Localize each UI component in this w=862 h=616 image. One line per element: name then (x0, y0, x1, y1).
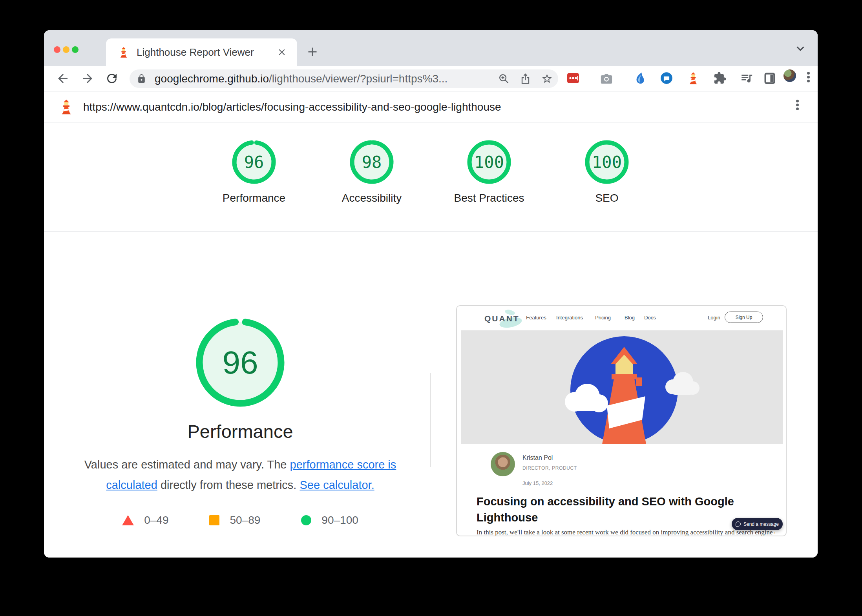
lighthouse-extension-icon[interactable] (687, 71, 700, 85)
summary-gauge-best-practices[interactable]: 100 Best Practices (442, 139, 536, 204)
legend-label: 50–89 (230, 514, 260, 527)
chat-bubble-extension-icon[interactable] (660, 71, 673, 85)
page-screenshot-thumbnail: QUANT Features Integrations Pricing Blog… (456, 305, 787, 536)
summary-gauge-performance[interactable]: 96 Performance (207, 139, 301, 204)
performance-description: Values are estimated and may vary. The p… (71, 454, 409, 495)
thumb-chat-button: Send a message (732, 518, 783, 530)
score-label: SEO (560, 192, 654, 204)
score-label: Best Practices (442, 192, 536, 204)
tab-title: Lighthouse Report Viewer (137, 38, 254, 66)
tab-close-icon[interactable] (277, 47, 287, 57)
browser-toolbar: googlechrome.github.io/lighthouse/viewer… (44, 66, 818, 91)
side-panel-icon[interactable] (763, 71, 776, 85)
performance-score-value: 96 (193, 315, 287, 410)
thumb-site-nav: QUANT Features Integrations Pricing Blog… (457, 306, 786, 330)
score-label: Performance (207, 192, 301, 204)
summary-gauge-seo[interactable]: 100 SEO (560, 139, 654, 204)
score-value: 98 (349, 139, 394, 185)
performance-section: 96 Performance Values are estimated and … (44, 231, 818, 558)
score-legend: 0–49 50–89 90–100 (71, 514, 409, 527)
pass-circle-icon (301, 515, 311, 525)
lighthouse-icon (58, 98, 75, 115)
chat-bubble-icon (736, 521, 741, 527)
browser-menu-icon[interactable] (802, 71, 814, 86)
share-icon[interactable] (520, 73, 531, 84)
zoom-in-icon[interactable] (498, 73, 510, 84)
url-text: googlechrome.github.io/lighthouse/viewer… (155, 69, 447, 88)
thumb-author-avatar (491, 452, 515, 476)
legend-label: 0–49 (144, 514, 168, 527)
description-text: Values are estimated and may vary. The (84, 458, 290, 471)
score-value: 96 (231, 139, 277, 185)
fullscreen-window-button[interactable] (72, 46, 79, 53)
thumb-article-excerpt: In this post, we'll take a look at some … (477, 529, 775, 536)
report-url: https://www.quantcdn.io/blog/articles/fo… (83, 91, 501, 122)
performance-gauge: 96 (193, 315, 287, 410)
thumb-nav-docs: Docs (644, 315, 656, 321)
score-label: Accessibility (325, 192, 419, 204)
thumb-nav-features: Features (526, 315, 546, 321)
thumb-hero-illustration (461, 330, 783, 444)
fail-triangle-icon (122, 515, 134, 525)
browser-window: Lighthouse Report Viewer googlechrome.gi… (44, 30, 818, 558)
summary-gauge-accessibility[interactable]: 98 Accessibility (325, 139, 419, 204)
thumb-article-title: Focusing on accessibility and SEO with G… (477, 494, 769, 526)
thumb-signup-label: Sign Up (736, 315, 752, 320)
legend-pass: 90–100 (301, 514, 358, 527)
score-value: 100 (466, 139, 512, 185)
password-manager-extension-icon[interactable] (566, 71, 580, 85)
bookmark-star-icon[interactable] (541, 73, 553, 84)
chevron-down-icon[interactable] (793, 41, 808, 56)
thumb-chat-label: Send a message (743, 521, 779, 527)
address-bar[interactable]: googlechrome.github.io/lighthouse/viewer… (130, 69, 558, 88)
quant-logo-text: QUANT (484, 314, 520, 323)
playlist-icon[interactable] (740, 71, 753, 85)
minimize-window-button[interactable] (63, 46, 69, 53)
thumb-article-date: July 15, 2022 (522, 480, 553, 486)
report-menu-icon[interactable] (791, 98, 803, 116)
url-host: googlechrome.github.io (155, 73, 269, 85)
lighthouse-favicon-icon (118, 46, 130, 58)
thumb-nav-integrations: Integrations (556, 315, 583, 321)
tab-lighthouse-report-viewer[interactable]: Lighthouse Report Viewer (106, 38, 297, 66)
thumb-nav-pricing: Pricing (595, 315, 611, 321)
forward-icon[interactable] (80, 71, 95, 86)
tab-strip: Lighthouse Report Viewer (44, 30, 818, 66)
flame-extension-icon[interactable] (633, 71, 646, 85)
score-summary: 96 Performance 98 Accessibility 100 Best… (44, 122, 818, 231)
legend-fail: 0–49 (122, 514, 168, 527)
thumb-login: Login (708, 315, 720, 321)
thumb-signup-button: Sign Up (725, 312, 763, 323)
see-calculator-link[interactable]: See calculator. (300, 479, 374, 491)
camera-extension-icon[interactable] (600, 71, 613, 85)
legend-label: 90–100 (321, 514, 358, 527)
description-text: directly from these metrics. (157, 479, 300, 491)
score-value: 100 (584, 139, 630, 185)
close-window-button[interactable] (54, 46, 60, 53)
extensions-puzzle-icon[interactable] (713, 71, 727, 85)
average-square-icon (209, 515, 219, 525)
new-tab-button[interactable] (305, 45, 320, 59)
thumb-author-role: DIRECTOR, PRODUCT (522, 465, 577, 471)
legend-average: 50–89 (209, 514, 260, 527)
reload-icon[interactable] (105, 71, 119, 86)
lock-icon[interactable] (137, 74, 146, 84)
quant-logo: QUANT (484, 312, 528, 326)
score-calc-link-part2[interactable]: calculated (106, 479, 157, 491)
thumb-nav-blog: Blog (625, 315, 635, 321)
section-divider (430, 373, 431, 467)
report-header: https://www.quantcdn.io/blog/articles/fo… (44, 91, 818, 122)
performance-title: Performance (83, 421, 397, 442)
profile-avatar[interactable] (783, 69, 796, 82)
url-path: /lighthouse/viewer/?psiurl=https%3... (269, 73, 447, 85)
back-icon[interactable] (56, 71, 70, 86)
thumb-author-name: Kristan Pol (522, 454, 553, 461)
score-calc-link-part1[interactable]: performance score is (290, 458, 396, 471)
